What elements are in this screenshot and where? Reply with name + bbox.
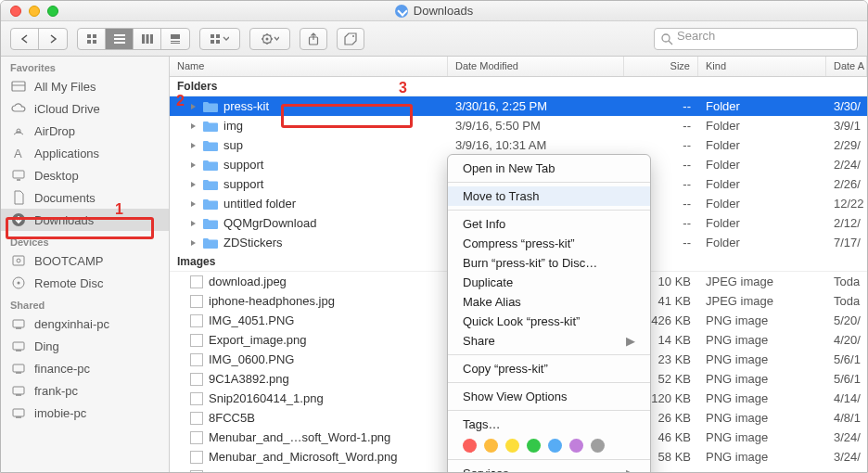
menu-item-label: Get Info [463, 217, 505, 231]
col-date-added[interactable]: Date A [826, 57, 867, 76]
tag-color-dot[interactable] [548, 439, 562, 453]
disclosure-triangle-icon[interactable] [190, 220, 198, 227]
tags-button[interactable] [337, 28, 364, 50]
sidebar-item[interactable]: All My Files [1, 75, 169, 97]
file-row[interactable]: press-kit3/30/16, 2:25 PM--Folder3/30/ [170, 96, 867, 116]
menu-item[interactable]: Compress “press-kit” [448, 234, 650, 253]
tag-color-dot[interactable] [591, 439, 605, 453]
col-name[interactable]: Name [170, 57, 448, 76]
tag-color-dot[interactable] [484, 439, 498, 453]
nav-back-forward [10, 28, 68, 50]
sidebar-item[interactable]: AApplications [1, 142, 169, 164]
menu-item[interactable]: Quick Look “press-kit” [448, 312, 650, 331]
sidebar-item[interactable]: dengxinhai-pc [1, 313, 169, 335]
folder-icon [203, 198, 218, 210]
back-button[interactable] [11, 29, 39, 49]
disclosure-triangle-icon[interactable] [190, 122, 198, 130]
sidebar-item[interactable]: Documents [1, 186, 169, 209]
cell-date: 3/30/16, 2:25 PM [448, 99, 624, 113]
sidebar-item[interactable]: Desktop [1, 164, 169, 186]
finder-window: Downloads Search FavoritesAll My FilesiC… [0, 0, 868, 473]
disclosure-triangle-icon[interactable] [190, 142, 198, 149]
cell-kind: Folder [698, 119, 826, 133]
menu-item[interactable]: Duplicate [448, 273, 650, 292]
file-name: 9C1A3892.png [209, 372, 289, 386]
cell-kind: Folder [698, 197, 826, 211]
svg-rect-8 [146, 34, 148, 44]
share-button[interactable] [300, 28, 327, 50]
disclosure-triangle-icon[interactable] [190, 239, 198, 247]
tag-color-dot[interactable] [569, 439, 583, 453]
cell-dateadd: 7/17/ [826, 236, 867, 249]
menu-item[interactable]: Make Alias [448, 292, 650, 312]
sidebar-item[interactable]: AirDrop [1, 120, 169, 142]
sidebar-item[interactable]: iCloud Drive [1, 97, 169, 120]
sidebar-item-label: BOOTCAMP [34, 254, 103, 268]
svg-rect-12 [171, 43, 180, 44]
cell-kind: Folder [698, 177, 826, 191]
sidebar-item[interactable]: frank-pc [1, 379, 169, 402]
menu-item[interactable]: Share▶ [448, 331, 650, 351]
sidebar-item-label: Downloads [34, 213, 94, 227]
col-size[interactable]: Size [624, 57, 698, 76]
sidebar-item-label: finance-pc [34, 362, 90, 376]
action-button[interactable] [250, 29, 289, 49]
sidebar-item[interactable]: BOOTCAMP [1, 249, 169, 272]
menu-item[interactable]: Show View Options [448, 387, 650, 406]
minimize-window-button[interactable] [29, 6, 40, 17]
col-kind[interactable]: Kind [698, 57, 826, 76]
view-coverflow-button[interactable] [161, 29, 189, 49]
cell-kind: PNG image [698, 352, 826, 366]
cell-kind: PNG image [698, 333, 826, 347]
cell-kind: JPEG image [698, 294, 826, 308]
sidebar-item-icon [10, 338, 27, 354]
cell-kind: PNG image [698, 450, 826, 464]
cell-kind: Folder [698, 236, 826, 249]
cell-dateadd: 3/24/ [826, 430, 867, 444]
cell-kind: Folder [698, 99, 826, 113]
search-field[interactable]: Search [654, 28, 858, 50]
menu-item[interactable]: Tags… [448, 415, 650, 434]
menu-item[interactable]: Burn “press-kit” to Disc… [448, 253, 650, 273]
toolbar: Search [1, 21, 867, 57]
disclosure-triangle-icon[interactable] [190, 181, 198, 188]
sidebar-item[interactable]: Ding [1, 335, 169, 357]
cell-dateadd: 4/8/1 [826, 411, 867, 425]
sidebar-item[interactable]: imobie-pc [1, 402, 169, 424]
menu-item[interactable]: Copy “press-kit” [448, 359, 650, 378]
forward-button[interactable] [39, 29, 67, 49]
sidebar-item[interactable]: finance-pc [1, 357, 169, 379]
view-list-button[interactable] [106, 29, 134, 49]
disclosure-triangle-icon[interactable] [190, 103, 198, 110]
menu-item-services[interactable]: Services▶ [448, 464, 650, 472]
arrange-button[interactable] [200, 29, 239, 49]
file-name: download.jpeg [209, 275, 287, 288]
tag-color-dot[interactable] [463, 439, 477, 453]
zoom-window-button[interactable] [47, 6, 58, 17]
disclosure-triangle-icon[interactable] [190, 161, 198, 169]
file-row[interactable]: sup3/9/16, 10:31 AM--Folder2/29/ [170, 135, 867, 155]
sidebar-item-icon [10, 189, 27, 206]
cell-dateadd: 3/30/ [826, 99, 867, 113]
disclosure-triangle-icon[interactable] [190, 200, 198, 208]
col-date-modified[interactable]: Date Modified [448, 57, 624, 76]
menu-item[interactable]: Open in New Tab [448, 159, 650, 178]
menu-item[interactable]: Move to Trash [448, 186, 650, 206]
titlebar: Downloads [1, 1, 867, 21]
sidebar-item[interactable]: Downloads [1, 209, 169, 231]
svg-rect-38 [13, 364, 24, 372]
sidebar-item[interactable]: Remote Disc [1, 272, 169, 294]
view-icons-button[interactable] [78, 29, 106, 49]
view-columns-button[interactable] [134, 29, 161, 49]
svg-rect-14 [216, 34, 220, 38]
menu-item[interactable]: Get Info [448, 214, 650, 234]
tag-color-dot[interactable] [527, 439, 541, 453]
file-row[interactable]: img3/9/16, 5:50 PM--Folder3/9/1 [170, 116, 867, 135]
file-list[interactable]: Folderspress-kit3/30/16, 2:25 PM--Folder… [170, 77, 867, 472]
menu-item-label: Burn “press-kit” to Disc… [463, 256, 597, 270]
menu-item-label: Quick Look “press-kit” [463, 314, 580, 328]
close-window-button[interactable] [10, 6, 21, 17]
cell-dateadd: 5/6/1 [826, 372, 867, 386]
tag-color-dot[interactable] [505, 439, 519, 453]
sidebar-item-label: dengxinhai-pc [34, 317, 109, 331]
